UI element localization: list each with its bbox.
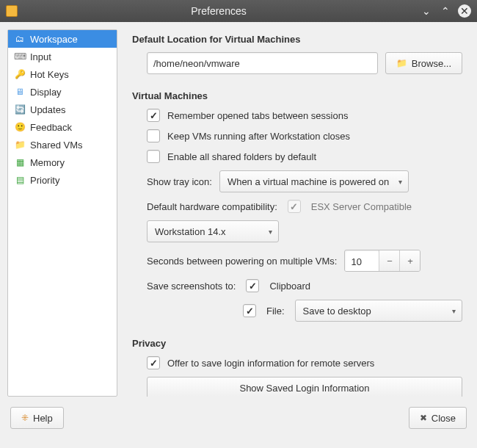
section-privacy-heading: Privacy [132, 338, 462, 349]
close-x-icon: ✖ [420, 413, 427, 423]
hwcompat-value: Workstation 14.x [155, 226, 226, 237]
seconds-input[interactable] [345, 250, 379, 272]
window-title: Preferences [23, 5, 414, 17]
app-icon [6, 5, 18, 17]
sidebar-item-label: Input [30, 51, 51, 62]
sidebar-item-memory[interactable]: ▦Memory [8, 153, 117, 171]
minimize-icon[interactable]: ⌄ [420, 4, 433, 18]
memory-icon: ▦ [14, 156, 26, 168]
browse-button[interactable]: 📁 Browse... [385, 52, 462, 74]
priority-icon: ▤ [14, 174, 26, 186]
updates-icon: 🔄 [14, 104, 26, 115]
tray-icon-combo[interactable]: When a virtual machine is powered on [219, 170, 409, 192]
sidebar-item-workspace[interactable]: 🗂Workspace [8, 30, 117, 48]
section-vms-heading: Virtual Machines [132, 90, 462, 101]
sidebar-item-display[interactable]: 🖥Display [8, 83, 117, 101]
offer-save-login-label: Offer to save login information for remo… [167, 358, 374, 369]
hwcompat-combo[interactable]: Workstation 14.x [147, 220, 279, 242]
maximize-icon[interactable]: ⌃ [439, 4, 452, 18]
sidebar-item-label: Workspace [30, 34, 78, 45]
hot-keys-icon: 🔑 [14, 68, 26, 80]
close-icon[interactable]: ✕ [458, 4, 471, 18]
file-checkbox[interactable] [243, 304, 256, 317]
sidebar-item-feedback[interactable]: 🙂Feedback [8, 118, 117, 136]
section-default-location-heading: Default Location for Virtual Machines [132, 34, 462, 45]
help-button[interactable]: ⁜ Help [10, 407, 64, 429]
show-saved-login-button[interactable]: Show Saved Login Information [147, 377, 462, 397]
sidebar-item-shared-vms[interactable]: 📁Shared VMs [8, 136, 117, 153]
offer-save-login-checkbox[interactable] [147, 356, 160, 369]
workspace-icon: 🗂 [14, 33, 26, 45]
remember-tabs-label: Remember opened tabs between sessions [167, 110, 348, 121]
close-button[interactable]: ✖ Close [409, 407, 467, 429]
input-icon: ⌨ [14, 51, 26, 62]
esx-compatible-label: ESX Server Compatible [311, 201, 412, 212]
sidebar: 🗂Workspace⌨Input🔑Hot Keys🖥Display🔄Update… [7, 29, 117, 397]
clipboard-label: Clipboard [269, 281, 310, 292]
enable-shared-label: Enable all shared folders by default [167, 151, 316, 162]
sidebar-item-label: Updates [30, 104, 65, 115]
seconds-label: Seconds between powering on multiple VMs… [147, 256, 337, 267]
sidebar-item-label: Hot Keys [30, 69, 69, 80]
sidebar-item-label: Priority [30, 175, 59, 186]
seconds-decrement[interactable]: − [379, 250, 399, 271]
footer: ⁜ Help ✖ Close [0, 397, 477, 439]
show-saved-login-label: Show Saved Login Information [239, 383, 369, 394]
sidebar-item-label: Display [30, 87, 62, 98]
sidebar-item-label: Shared VMs [30, 140, 83, 151]
file-combo-value: Save to desktop [303, 306, 371, 317]
tray-icon-value: When a virtual machine is powered on [227, 176, 389, 187]
folder-icon: 📁 [396, 58, 407, 68]
help-label: Help [33, 413, 53, 424]
file-label: File: [266, 306, 285, 317]
seconds-increment[interactable]: + [399, 250, 420, 271]
display-icon: 🖥 [14, 86, 26, 98]
titlebar: Preferences ⌄ ⌃ ✕ [0, 0, 477, 22]
seconds-spinner[interactable]: − + [344, 250, 420, 272]
close-label: Close [432, 413, 456, 424]
sidebar-item-label: Feedback [30, 122, 72, 133]
browse-label: Browse... [412, 58, 451, 69]
keep-running-checkbox[interactable] [147, 129, 160, 142]
esx-compatible-checkbox [288, 200, 301, 213]
tray-icon-label: Show tray icon: [147, 176, 212, 187]
clipboard-checkbox[interactable] [246, 279, 259, 292]
sidebar-item-priority[interactable]: ▤Priority [8, 171, 117, 189]
sidebar-item-updates[interactable]: 🔄Updates [8, 101, 117, 118]
enable-shared-checkbox[interactable] [147, 150, 160, 163]
sidebar-item-hot-keys[interactable]: 🔑Hot Keys [8, 65, 117, 83]
main-panel: Default Location for Virtual Machines 📁 … [125, 29, 470, 397]
hwcompat-label: Default hardware compatibility: [147, 201, 277, 212]
feedback-icon: 🙂 [14, 121, 26, 133]
default-location-input[interactable] [147, 52, 378, 74]
keep-running-label: Keep VMs running after Workstation close… [167, 131, 350, 142]
shared-vms-icon: 📁 [14, 139, 26, 151]
sidebar-item-input[interactable]: ⌨Input [8, 48, 117, 65]
help-icon: ⁜ [21, 413, 29, 423]
file-combo[interactable]: Save to desktop [295, 300, 462, 322]
sidebar-item-label: Memory [30, 157, 65, 168]
remember-tabs-checkbox[interactable] [147, 109, 160, 122]
save-screenshots-label: Save screenshots to: [147, 281, 236, 292]
